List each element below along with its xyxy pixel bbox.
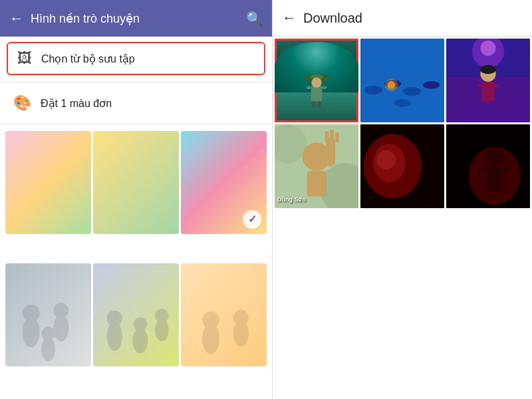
- svg-point-30: [394, 99, 410, 107]
- left-panel: ← Hình nền trò chuyện 🔍 🖼 Chọn từ bộ sưu…: [0, 0, 273, 399]
- right-panel-title: Download: [303, 11, 362, 26]
- collection-label: Chọn từ bộ sưu tập: [41, 53, 135, 65]
- photo-cell[interactable]: [360, 39, 444, 122]
- right-panel: ← Download: [273, 0, 532, 399]
- svg-point-13: [202, 311, 219, 329]
- svg-rect-59: [486, 166, 503, 192]
- wallpaper-cell[interactable]: [93, 263, 179, 366]
- collection-icon: 🖼: [17, 50, 32, 67]
- svg-rect-20: [307, 86, 311, 89]
- solid-color-icon: 🎨: [13, 94, 31, 112]
- svg-point-15: [233, 310, 249, 325]
- svg-point-7: [107, 311, 122, 326]
- svg-rect-47: [307, 171, 326, 197]
- svg-rect-24: [360, 39, 444, 122]
- svg-point-3: [53, 303, 68, 318]
- svg-point-6: [107, 322, 122, 351]
- svg-point-9: [134, 317, 148, 331]
- svg-point-31: [414, 94, 429, 101]
- photo-grid: Dũng Sơn: [273, 37, 532, 210]
- svg-rect-23: [317, 101, 321, 108]
- photo-cell[interactable]: [275, 39, 358, 122]
- svg-rect-18: [311, 85, 323, 101]
- solid-label: Đặt 1 màu đơn: [41, 97, 112, 110]
- svg-point-37: [480, 41, 495, 56]
- photo-cell[interactable]: [446, 39, 530, 122]
- right-header: ← Download: [273, 0, 532, 37]
- left-search-icon[interactable]: 🔍: [246, 11, 263, 27]
- svg-point-5: [41, 327, 55, 340]
- svg-rect-21: [322, 86, 327, 89]
- svg-rect-50: [330, 130, 334, 141]
- menu-divider: [0, 82, 272, 82]
- wallpaper-cell[interactable]: ✓: [181, 131, 267, 234]
- svg-point-4: [41, 337, 55, 361]
- selected-check-badge: ✓: [243, 210, 261, 229]
- svg-point-55: [376, 150, 396, 170]
- svg-point-8: [132, 328, 148, 354]
- photo-cell[interactable]: [446, 124, 530, 208]
- svg-point-1: [23, 305, 40, 322]
- svg-rect-22: [312, 101, 316, 108]
- photo-cell[interactable]: Dũng Sơn: [275, 124, 358, 208]
- left-panel-title: Hình nền trò chuyện: [31, 11, 239, 26]
- svg-point-58: [485, 147, 504, 166]
- left-header: ← Hình nền trò chuyện 🔍: [0, 0, 272, 37]
- svg-rect-49: [325, 131, 329, 142]
- svg-point-27: [403, 87, 421, 96]
- right-back-button[interactable]: ←: [282, 9, 297, 27]
- left-back-button[interactable]: ←: [9, 10, 24, 27]
- svg-point-33: [385, 78, 398, 91]
- svg-rect-40: [478, 84, 483, 87]
- svg-point-28: [423, 81, 440, 89]
- wallpaper-grid: ✓: [0, 126, 272, 399]
- svg-rect-61: [478, 168, 486, 172]
- menu-item-solid[interactable]: 🎨 Đặt 1 màu đơn: [0, 84, 272, 122]
- photo-cell[interactable]: [360, 124, 444, 208]
- svg-point-29: [375, 96, 390, 103]
- svg-rect-51: [335, 132, 339, 143]
- svg-point-25: [364, 86, 382, 95]
- svg-point-42: [480, 65, 495, 74]
- menu-item-collection[interactable]: 🖼 Chọn từ bộ sưu tập: [7, 42, 265, 75]
- svg-rect-60: [503, 168, 511, 172]
- wallpaper-cell[interactable]: [5, 131, 91, 234]
- wallpaper-cell[interactable]: [5, 263, 91, 366]
- svg-rect-41: [493, 84, 498, 87]
- svg-point-11: [155, 309, 169, 323]
- svg-point-19: [311, 78, 321, 88]
- wallpaper-divider: [0, 124, 272, 124]
- svg-rect-39: [481, 82, 494, 101]
- wallpaper-cell[interactable]: [181, 263, 267, 366]
- wallpaper-cell[interactable]: [93, 131, 179, 234]
- photo-overlay-text: Dũng Sơn: [277, 196, 306, 203]
